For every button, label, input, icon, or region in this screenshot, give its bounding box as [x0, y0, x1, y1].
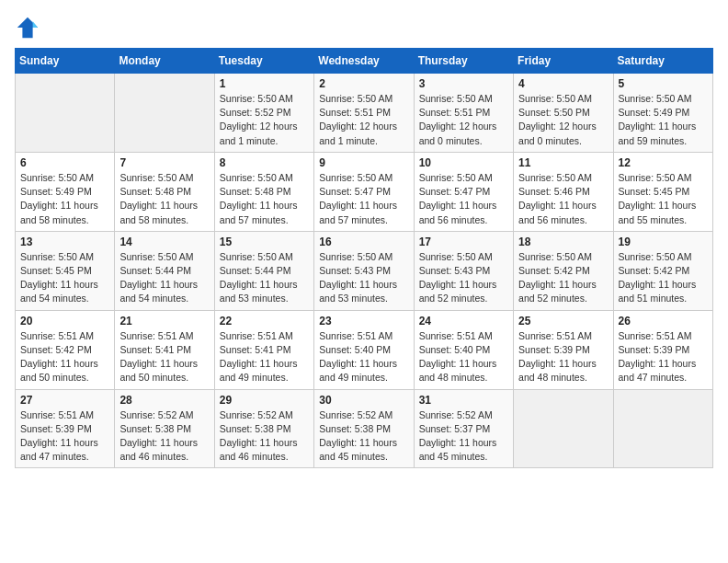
day-info: Sunrise: 5:51 AMSunset: 5:39 PMDaylight:… — [518, 329, 608, 385]
day-number: 28 — [119, 394, 209, 407]
day-info: Sunrise: 5:50 AMSunset: 5:43 PMDaylight:… — [419, 250, 508, 306]
day-number: 29 — [220, 394, 309, 407]
calendar-cell: 5Sunrise: 5:50 AMSunset: 5:49 PMDaylight… — [613, 74, 712, 153]
calendar-cell — [115, 74, 214, 153]
calendar-cell: 15Sunrise: 5:50 AMSunset: 5:44 PMDayligh… — [214, 231, 313, 310]
day-number: 25 — [518, 315, 608, 327]
page-header — [15, 15, 713, 40]
day-info: Sunrise: 5:50 AMSunset: 5:47 PMDaylight:… — [319, 171, 408, 227]
day-info: Sunrise: 5:51 AMSunset: 5:41 PMDaylight:… — [220, 329, 309, 385]
day-number: 20 — [20, 315, 109, 327]
day-info: Sunrise: 5:50 AMSunset: 5:50 PMDaylight:… — [518, 92, 608, 148]
day-info: Sunrise: 5:50 AMSunset: 5:44 PMDaylight:… — [119, 250, 209, 306]
day-number: 31 — [419, 394, 508, 407]
calendar-header: SundayMondayTuesdayWednesdayThursdayFrid… — [16, 49, 713, 74]
calendar-cell: 20Sunrise: 5:51 AMSunset: 5:42 PMDayligh… — [16, 310, 115, 389]
day-number: 24 — [419, 315, 508, 327]
day-number: 3 — [419, 77, 508, 90]
calendar-cell: 30Sunrise: 5:52 AMSunset: 5:38 PMDayligh… — [314, 389, 414, 468]
calendar-cell: 17Sunrise: 5:50 AMSunset: 5:43 PMDayligh… — [414, 231, 513, 310]
day-info: Sunrise: 5:50 AMSunset: 5:47 PMDaylight:… — [419, 171, 508, 227]
day-number: 8 — [220, 156, 309, 169]
day-number: 22 — [220, 315, 309, 327]
day-number: 18 — [518, 236, 608, 248]
day-number: 17 — [419, 236, 508, 248]
day-info: Sunrise: 5:50 AMSunset: 5:48 PMDaylight:… — [119, 171, 209, 227]
day-info: Sunrise: 5:50 AMSunset: 5:48 PMDaylight:… — [220, 171, 309, 227]
calendar-body: 1Sunrise: 5:50 AMSunset: 5:52 PMDaylight… — [16, 74, 713, 468]
day-info: Sunrise: 5:50 AMSunset: 5:44 PMDaylight:… — [220, 250, 309, 306]
day-number: 15 — [220, 236, 309, 248]
weekday-header: Saturday — [613, 49, 712, 74]
day-number: 14 — [119, 236, 209, 248]
weekday-header: Tuesday — [214, 49, 313, 74]
calendar-cell: 23Sunrise: 5:51 AMSunset: 5:40 PMDayligh… — [314, 310, 414, 389]
calendar-cell: 29Sunrise: 5:52 AMSunset: 5:38 PMDayligh… — [214, 389, 313, 468]
calendar-cell: 9Sunrise: 5:50 AMSunset: 5:47 PMDaylight… — [314, 152, 414, 231]
calendar-cell: 4Sunrise: 5:50 AMSunset: 5:50 PMDaylight… — [514, 74, 613, 153]
day-number: 5 — [619, 77, 708, 90]
day-info: Sunrise: 5:50 AMSunset: 5:43 PMDaylight:… — [319, 250, 408, 306]
calendar-cell: 14Sunrise: 5:50 AMSunset: 5:44 PMDayligh… — [115, 231, 214, 310]
weekday-header: Friday — [514, 49, 613, 74]
calendar-cell: 21Sunrise: 5:51 AMSunset: 5:41 PMDayligh… — [115, 310, 214, 389]
day-info: Sunrise: 5:50 AMSunset: 5:52 PMDaylight:… — [220, 92, 309, 148]
day-info: Sunrise: 5:52 AMSunset: 5:38 PMDaylight:… — [319, 408, 408, 465]
calendar-cell: 8Sunrise: 5:50 AMSunset: 5:48 PMDaylight… — [214, 152, 313, 231]
day-number: 2 — [319, 77, 408, 90]
day-info: Sunrise: 5:50 AMSunset: 5:49 PMDaylight:… — [619, 92, 708, 148]
day-info: Sunrise: 5:50 AMSunset: 5:51 PMDaylight:… — [319, 92, 408, 148]
day-info: Sunrise: 5:50 AMSunset: 5:42 PMDaylight:… — [619, 250, 708, 306]
day-number: 23 — [319, 315, 408, 327]
day-info: Sunrise: 5:52 AMSunset: 5:38 PMDaylight:… — [119, 408, 209, 465]
day-number: 19 — [619, 236, 708, 248]
day-info: Sunrise: 5:50 AMSunset: 5:49 PMDaylight:… — [20, 171, 109, 227]
calendar-week-row: 13Sunrise: 5:50 AMSunset: 5:45 PMDayligh… — [16, 231, 713, 310]
calendar-week-row: 1Sunrise: 5:50 AMSunset: 5:52 PMDaylight… — [16, 74, 713, 153]
day-info: Sunrise: 5:50 AMSunset: 5:45 PMDaylight:… — [20, 250, 109, 306]
calendar-cell: 18Sunrise: 5:50 AMSunset: 5:42 PMDayligh… — [514, 231, 613, 310]
day-number: 21 — [119, 315, 209, 327]
day-number: 10 — [419, 156, 508, 169]
calendar-cell: 31Sunrise: 5:52 AMSunset: 5:37 PMDayligh… — [414, 389, 513, 468]
calendar-cell: 6Sunrise: 5:50 AMSunset: 5:49 PMDaylight… — [16, 152, 115, 231]
day-number: 26 — [619, 315, 708, 327]
day-info: Sunrise: 5:50 AMSunset: 5:45 PMDaylight:… — [619, 171, 708, 227]
calendar-cell — [514, 389, 613, 468]
weekday-header: Thursday — [414, 49, 513, 74]
calendar-cell: 3Sunrise: 5:50 AMSunset: 5:51 PMDaylight… — [414, 74, 513, 153]
day-info: Sunrise: 5:50 AMSunset: 5:51 PMDaylight:… — [419, 92, 508, 148]
day-number: 12 — [619, 156, 708, 169]
day-info: Sunrise: 5:51 AMSunset: 5:41 PMDaylight:… — [119, 329, 209, 385]
day-number: 6 — [20, 156, 109, 169]
weekday-header: Monday — [115, 49, 214, 74]
calendar-cell: 7Sunrise: 5:50 AMSunset: 5:48 PMDaylight… — [115, 152, 214, 231]
day-info: Sunrise: 5:51 AMSunset: 5:40 PMDaylight:… — [419, 329, 508, 385]
calendar-table: SundayMondayTuesdayWednesdayThursdayFrid… — [15, 48, 713, 468]
day-number: 7 — [119, 156, 209, 169]
calendar-cell: 22Sunrise: 5:51 AMSunset: 5:41 PMDayligh… — [214, 310, 313, 389]
calendar-cell: 26Sunrise: 5:51 AMSunset: 5:39 PMDayligh… — [613, 310, 712, 389]
weekday-header-row: SundayMondayTuesdayWednesdayThursdayFrid… — [16, 49, 713, 74]
calendar-cell: 19Sunrise: 5:50 AMSunset: 5:42 PMDayligh… — [613, 231, 712, 310]
day-info: Sunrise: 5:52 AMSunset: 5:37 PMDaylight:… — [419, 408, 508, 465]
svg-marker-1 — [33, 21, 39, 28]
calendar-cell: 12Sunrise: 5:50 AMSunset: 5:45 PMDayligh… — [613, 152, 712, 231]
calendar-week-row: 27Sunrise: 5:51 AMSunset: 5:39 PMDayligh… — [16, 389, 713, 468]
calendar-cell: 16Sunrise: 5:50 AMSunset: 5:43 PMDayligh… — [314, 231, 414, 310]
day-number: 9 — [319, 156, 408, 169]
calendar-week-row: 20Sunrise: 5:51 AMSunset: 5:42 PMDayligh… — [16, 310, 713, 389]
day-number: 30 — [319, 394, 408, 407]
calendar-week-row: 6Sunrise: 5:50 AMSunset: 5:49 PMDaylight… — [16, 152, 713, 231]
calendar-cell: 10Sunrise: 5:50 AMSunset: 5:47 PMDayligh… — [414, 152, 513, 231]
calendar-cell: 11Sunrise: 5:50 AMSunset: 5:46 PMDayligh… — [514, 152, 613, 231]
day-info: Sunrise: 5:52 AMSunset: 5:38 PMDaylight:… — [220, 408, 309, 465]
logo — [15, 15, 44, 40]
calendar-cell: 1Sunrise: 5:50 AMSunset: 5:52 PMDaylight… — [214, 74, 313, 153]
day-info: Sunrise: 5:51 AMSunset: 5:39 PMDaylight:… — [619, 329, 708, 385]
day-number: 4 — [518, 77, 608, 90]
calendar-cell — [613, 389, 712, 468]
day-info: Sunrise: 5:51 AMSunset: 5:42 PMDaylight:… — [20, 329, 109, 385]
calendar-cell: 27Sunrise: 5:51 AMSunset: 5:39 PMDayligh… — [16, 389, 115, 468]
day-number: 1 — [220, 77, 309, 90]
